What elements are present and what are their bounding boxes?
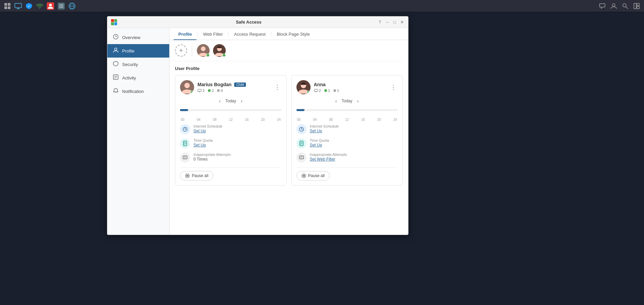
time-quota-label-anna: Time Quota: [310, 138, 329, 142]
card-avatar-marius-status: [190, 91, 194, 94]
tl-04: 04: [197, 118, 201, 122]
time-quota-link-marius[interactable]: Set Up: [193, 143, 213, 147]
inappropriate-icon-marius: [180, 152, 190, 163]
card-stats-anna: 2 1 1: [314, 89, 386, 93]
tl-anna-20: 20: [377, 118, 381, 122]
card-info-list-marius: Internet Schedule Set Up: [180, 124, 282, 163]
timeline-bar-anna: [296, 106, 398, 116]
tab-separator-3: [271, 31, 271, 37]
time-quota-icon-anna: [296, 138, 307, 148]
sidebar-item-overview[interactable]: Overview: [107, 31, 169, 44]
app-window: Safe Access ? – □ ✕ Overview: [107, 16, 408, 235]
minimize-button[interactable]: –: [385, 20, 390, 25]
pause-all-label-anna: Pause all: [308, 173, 325, 178]
svg-text:✓: ✓: [28, 5, 30, 8]
inappropriate-link-anna[interactable]: Set Web Filter: [310, 157, 347, 162]
svg-point-22: [115, 48, 117, 50]
card-avatar-anna-status: [307, 91, 310, 94]
tab-profile[interactable]: Profile: [174, 29, 196, 40]
user-profile-icon[interactable]: [609, 1, 618, 11]
card-header-anna: Anna 2 1: [296, 80, 398, 94]
svg-rect-0: [15, 3, 22, 8]
internet-schedule-link-anna[interactable]: Set Up: [310, 129, 339, 133]
svg-point-14: [623, 4, 626, 7]
internet-schedule-link-marius[interactable]: Set Up: [193, 129, 222, 133]
sidebar-item-security[interactable]: Security: [107, 58, 169, 71]
inappropriate-icon-anna: [296, 152, 307, 163]
pause-all-button-marius[interactable]: Pause all: [180, 171, 213, 180]
card-info-list-anna: Internet Schedule Set Up: [296, 124, 398, 163]
pause-icon-marius: [185, 173, 190, 178]
inappropriate-label-anna: Inappropriate Attempts: [310, 152, 347, 157]
card-footer-marius: Pause all: [180, 167, 282, 180]
add-profile-button[interactable]: +: [175, 44, 187, 57]
taskbar-user-icon[interactable]: [46, 1, 55, 11]
svg-rect-44: [183, 156, 187, 159]
search-icon[interactable]: [620, 1, 630, 11]
sidebar-item-profile[interactable]: Profile: [107, 44, 169, 58]
tab-web-filter[interactable]: Web Filter: [198, 29, 227, 40]
inappropriate-attempts-marius: Inappropriate Attempts 0 Times: [180, 152, 282, 163]
timeline-label-anna: Today: [342, 99, 352, 103]
maximize-button[interactable]: □: [392, 20, 397, 25]
monitor-icon[interactable]: [13, 1, 23, 11]
help-button[interactable]: ?: [377, 20, 383, 25]
timeline-prev-marius[interactable]: ‹: [218, 98, 222, 104]
time-quota-text-marius: Time Quota Set Up: [193, 138, 213, 147]
sidebar-item-activity[interactable]: Activity: [107, 71, 169, 84]
svg-rect-66: [303, 175, 304, 177]
shield-app-icon[interactable]: ✓: [24, 1, 34, 11]
grid-icon[interactable]: [3, 1, 12, 11]
notification-icon: [113, 88, 119, 95]
online-count-anna: 1: [328, 89, 330, 93]
internet-schedule-label-marius: Internet Schedule: [193, 124, 222, 128]
tab-block-page-style[interactable]: Block Page Style: [272, 29, 314, 40]
svg-point-13: [612, 4, 615, 6]
card-name-area-anna: Anna 2 1: [314, 82, 386, 93]
time-quota-anna: Time Quota Set Up: [296, 138, 398, 148]
timeline-label-marius: Today: [225, 99, 236, 103]
taskbar-globe-icon[interactable]: [67, 1, 77, 11]
sidebar-label-overview: Overview: [122, 35, 140, 40]
timeline-next-anna[interactable]: ›: [356, 98, 360, 104]
internet-schedule-anna: Internet Schedule Set Up: [296, 124, 398, 134]
avatar-marius[interactable]: [197, 44, 210, 57]
timeline-prev-anna[interactable]: ‹: [334, 98, 338, 104]
card-menu-marius[interactable]: ⋮: [273, 83, 282, 92]
internet-schedule-label-anna: Internet Schedule: [310, 124, 339, 128]
taskbar: ✓: [0, 0, 644, 12]
title-bar: Safe Access ? – □ ✕: [107, 16, 408, 28]
chat-icon[interactable]: [598, 1, 607, 11]
online-dot-marius: [208, 89, 211, 92]
svg-point-47: [185, 174, 189, 178]
timeline-next-marius[interactable]: ›: [240, 98, 244, 104]
card-menu-anna[interactable]: ⋮: [389, 83, 398, 92]
tl-anna-08: 08: [329, 118, 333, 122]
sidebar-label-notification: Notification: [122, 89, 144, 94]
timeline-labels-anna: 00 04 08 12 16 20 24: [296, 118, 398, 122]
timeline-nav-marius: ‹ Today ›: [180, 98, 282, 104]
time-quota-label-marius: Time Quota: [193, 138, 213, 142]
tl-00: 00: [181, 118, 184, 122]
close-button[interactable]: ✕: [399, 20, 405, 25]
layout-icon[interactable]: [632, 1, 641, 11]
svg-rect-16: [634, 3, 636, 9]
tl-anna-16: 16: [361, 118, 365, 122]
tl-anna-00: 00: [297, 118, 301, 122]
taskbar-list-icon[interactable]: [57, 1, 66, 11]
pause-all-button-anna[interactable]: Pause all: [296, 171, 330, 180]
card-badge-marius: Child: [234, 82, 246, 87]
svg-rect-48: [186, 175, 187, 177]
content-area: Profile Web Filter Access Request Block …: [170, 28, 408, 235]
avatar-anna[interactable]: [213, 44, 226, 57]
tab-separator-2: [228, 31, 228, 37]
tab-access-request[interactable]: Access Request: [229, 29, 270, 40]
inappropriate-text-anna: Inappropriate Attempts Set Web Filter: [310, 152, 347, 162]
tab-bar: Profile Web Filter Access Request Block …: [170, 28, 408, 40]
internet-schedule-marius: Internet Schedule Set Up: [180, 124, 282, 134]
profile-main-content: +: [170, 40, 408, 235]
sidebar-item-notification[interactable]: Notification: [107, 84, 169, 98]
wifi-icon[interactable]: [35, 1, 44, 11]
offline-dot-marius: [217, 89, 220, 92]
time-quota-link-anna[interactable]: Set Up: [310, 143, 329, 147]
